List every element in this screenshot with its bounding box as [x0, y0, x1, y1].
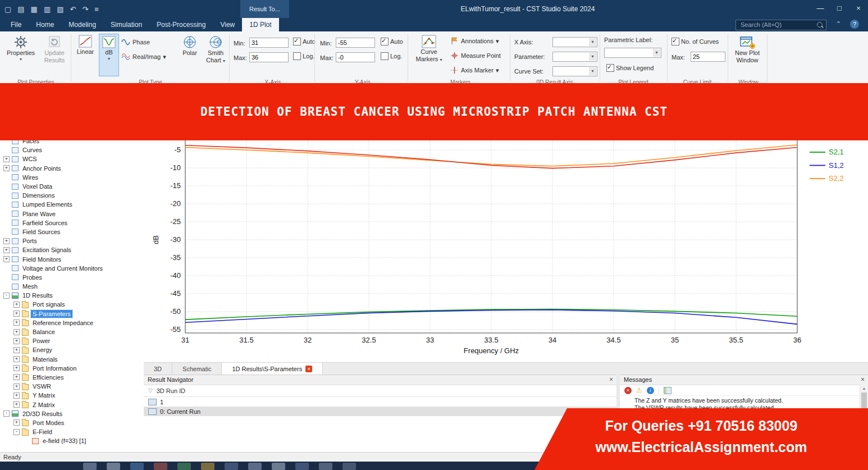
taskbar-icon[interactable] [107, 463, 120, 470]
taskbar-icon[interactable] [225, 463, 238, 470]
expand-icon[interactable]: + [13, 356, 20, 362]
ribbon-tab-simulation[interactable]: Simulation [103, 18, 149, 31]
expand-icon[interactable]: + [3, 156, 10, 162]
tree-item-field-sources[interactable]: Field Sources [0, 227, 144, 236]
ribbon-tab-1d-plot[interactable]: 1D Plot [242, 18, 278, 31]
real-imag-button[interactable]: Real/Imag ▾ [121, 53, 166, 61]
tab-1d-results-s-parameters[interactable]: 1D Results\S-Parameters× [222, 363, 323, 375]
tree-item-voltage-and-current-monitors[interactable]: Voltage and Current Monitors [0, 264, 144, 273]
ribbon-tab-post-processing[interactable]: Post-Processing [149, 18, 213, 31]
no-of-curves-checkbox[interactable] [671, 38, 679, 45]
x-min-input[interactable] [249, 38, 289, 48]
tree-item-mesh[interactable]: Mesh [0, 282, 144, 291]
measure-point-button[interactable]: Measure Point [450, 52, 501, 60]
info-filter-icon[interactable]: i [647, 387, 654, 394]
taskbar-icon[interactable] [154, 463, 167, 470]
warnings-filter-icon[interactable]: ⚠ [636, 387, 642, 394]
sparameter-plot[interactable]: 3131.53232.53333.53434.53535.536-5-10-15… [144, 140, 868, 362]
tab-3d[interactable]: 3D [144, 363, 172, 375]
tree-item-farfield-sources[interactable]: Farfield Sources [0, 218, 144, 227]
taskbar-icon[interactable] [201, 463, 214, 470]
ribbon-tab-view[interactable]: View [213, 18, 242, 31]
tree-item-materials[interactable]: +Materials [0, 355, 144, 364]
expand-icon[interactable]: + [13, 374, 20, 380]
tree-item-wires[interactable]: Wires [0, 173, 144, 182]
contextual-tab-result-tools[interactable]: Result To... [240, 0, 289, 18]
tree-item-voxel-data[interactable]: Voxel Data [0, 182, 144, 191]
tree-item-port-signals[interactable]: +Port signals [0, 300, 144, 309]
taskbar-icon[interactable] [342, 463, 356, 470]
errors-filter-icon[interactable]: × [624, 387, 632, 394]
tree-item-y-matrix[interactable]: +Y Matrix [0, 391, 144, 400]
tree-item-energy[interactable]: +Energy [0, 345, 144, 354]
tree-item-s-parameters[interactable]: +S-Parameters [0, 309, 144, 318]
tree-item-excitation-signals[interactable]: +Excitation Signals [0, 245, 144, 254]
close-result-navigator-icon[interactable]: × [609, 375, 613, 385]
taskbar-icon[interactable] [319, 463, 332, 470]
tree-item-ports[interactable]: +Ports [0, 236, 144, 245]
axis-marker-button[interactable]: Axis Marker ▾ [450, 66, 499, 74]
result-navigator-column-header[interactable]: ▽ 3D Run ID [144, 385, 616, 397]
tree-item-power[interactable]: +Power [0, 336, 144, 345]
collapse-ribbon-icon[interactable]: ⌃ [836, 20, 841, 28]
properties-button[interactable]: Properties ▾ [4, 35, 37, 62]
y-auto-checkbox[interactable] [381, 38, 389, 45]
maximize-button[interactable]: □ [830, 0, 849, 18]
collapse-icon[interactable]: - [13, 429, 20, 435]
expand-icon[interactable]: + [13, 401, 20, 408]
tree-item-faces[interactable]: Faces [0, 140, 144, 145]
ribbon-tab-modeling[interactable]: Modeling [61, 18, 103, 31]
tree-item-field-monitors[interactable]: +Field Monitors [0, 254, 144, 263]
tree-item-e-field-f-33-1-[interactable]: e-field (f=33) [1] [0, 436, 144, 445]
taskbar-icon[interactable] [248, 463, 262, 470]
run-id-row[interactable]: 0: Current Run [144, 407, 616, 416]
expand-icon[interactable]: + [13, 302, 20, 308]
collapse-icon[interactable]: - [3, 293, 10, 299]
search-input[interactable]: Search (Alt+Q) [735, 20, 826, 30]
expand-icon[interactable]: + [13, 419, 20, 426]
x-max-input[interactable] [249, 52, 289, 62]
update-results-button[interactable]: Update Results [39, 35, 70, 64]
expand-icon[interactable]: + [3, 247, 10, 253]
taskbar-icon[interactable] [295, 463, 309, 470]
ribbon-tab-home[interactable]: Home [29, 18, 61, 31]
expand-icon[interactable]: + [3, 238, 10, 244]
tree-item-balance[interactable]: +Balance [0, 327, 144, 336]
tree-item-port-information[interactable]: +Port Information [0, 364, 144, 373]
taskbar-icon[interactable] [272, 463, 285, 470]
run-id-row[interactable]: 1 [144, 397, 616, 407]
expand-icon[interactable]: + [13, 338, 20, 344]
tree-item-curves[interactable]: Curves [0, 145, 144, 154]
tree-item-reference-impedance[interactable]: +Reference Impedance [0, 318, 144, 327]
curve-markers-button[interactable]: Curve Markers ▾ [413, 35, 445, 63]
polar-button[interactable]: Polar [179, 35, 201, 57]
new-plot-window-button[interactable]: New Plot Window [731, 35, 764, 64]
collapse-icon[interactable]: - [3, 410, 10, 417]
expand-icon[interactable]: + [13, 311, 20, 317]
close-messages-icon[interactable]: × [861, 375, 865, 385]
parameter-combo[interactable]: ▾ [552, 52, 597, 62]
max-curves-input[interactable] [691, 52, 725, 62]
curve-set-combo[interactable]: ▾ [552, 66, 597, 76]
new-file-icon[interactable]: ▢ [4, 6, 11, 13]
parametric-label-combo[interactable]: ▾ [604, 48, 661, 58]
tree-item-probes[interactable]: Probes [0, 273, 144, 282]
result-x-axis-combo[interactable]: ▾ [552, 37, 597, 47]
save-icon[interactable]: ▦ [31, 6, 38, 13]
taskbar-icon[interactable] [83, 463, 97, 470]
tree-item-1d-results[interactable]: -1D Results [0, 291, 144, 300]
taskbar-icon[interactable] [130, 463, 144, 470]
show-legend-checkbox[interactable] [606, 64, 614, 72]
expand-icon[interactable]: + [13, 365, 20, 371]
tree-item-vswr[interactable]: +VSWR [0, 382, 144, 391]
tree-item-z-matrix[interactable]: +Z Matrix [0, 400, 144, 409]
db-button[interactable]: dB ▾ [99, 34, 119, 76]
tree-item-wcs[interactable]: +WCS [0, 154, 144, 163]
tree-item-lumped-elements[interactable]: Lumped Elements [0, 200, 144, 209]
close-tab-icon[interactable]: × [305, 366, 312, 372]
minimize-button[interactable]: — [811, 0, 830, 18]
tree-item-2d-3d-results[interactable]: -2D/3D Results [0, 409, 144, 418]
help-icon[interactable]: ? [850, 20, 859, 29]
smith-chart-button[interactable]: Smith Chart ▾ [203, 35, 228, 64]
tree-item-anchor-points[interactable]: +Anchor Points [0, 164, 144, 173]
